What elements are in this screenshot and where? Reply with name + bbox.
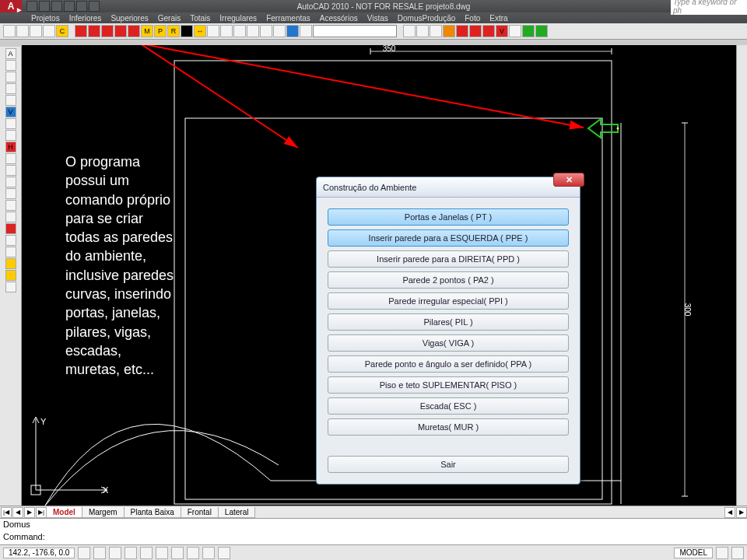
tabnav-next-icon[interactable]: ▶ (24, 507, 35, 518)
qat-undo-icon[interactable] (76, 1, 87, 12)
tool-a-icon[interactable] (233, 25, 246, 37)
lt-layer-icon[interactable] (5, 258, 16, 269)
menu-acessorios[interactable]: Acessórios (320, 14, 358, 23)
btn-portas-janelas[interactable]: Portas e Janelas ( PT ) (328, 208, 569, 226)
tabnav-prev-icon[interactable]: ◀ (12, 507, 23, 518)
tool-p-icon[interactable]: P (154, 25, 167, 37)
app-logo[interactable]: A (0, 0, 22, 12)
tool-sun-icon[interactable] (443, 25, 455, 37)
tool-r3-icon[interactable] (482, 25, 495, 37)
menu-inferiores[interactable]: Inferiores (69, 14, 102, 23)
status-otrack-icon[interactable] (156, 547, 168, 559)
lt-move-icon[interactable] (5, 153, 16, 164)
lt-a-icon[interactable]: A (5, 48, 16, 59)
tool-grid-icon[interactable] (509, 25, 521, 37)
status-lwt-icon[interactable] (202, 547, 215, 559)
lt-arc-icon[interactable] (5, 118, 16, 129)
search-input[interactable]: Type a keyword or ph (671, 0, 747, 15)
status-ducs-icon[interactable] (171, 547, 184, 559)
status-snap-icon[interactable] (78, 547, 90, 559)
status-qp-icon[interactable] (218, 547, 230, 559)
tabnav-last-icon[interactable]: ▶| (36, 507, 47, 518)
tool-r-icon[interactable]: R (167, 25, 180, 37)
status-extra1-icon[interactable] (716, 547, 728, 559)
menu-extra[interactable]: Extra (489, 14, 507, 23)
tool-zoom-extents-icon[interactable] (403, 25, 416, 37)
tool-r1-icon[interactable] (456, 25, 468, 37)
lt-trim-icon[interactable] (5, 188, 16, 199)
lt-h-icon[interactable]: H (5, 142, 16, 152)
tabnav-first-icon[interactable]: |◀ (1, 507, 12, 518)
tool-dropdown[interactable] (313, 25, 397, 37)
lt-erase-icon[interactable] (5, 223, 16, 234)
menu-projetos[interactable]: Projetos (31, 14, 60, 23)
tool-window-icon[interactable] (220, 25, 233, 37)
qat-open-icon[interactable] (39, 1, 50, 12)
status-osnap-icon[interactable] (140, 547, 153, 559)
btn-parede-2pontos[interactable]: Parede 2 pontos ( PA2 ) (328, 271, 569, 289)
menu-irregulares[interactable]: Irregulares (219, 14, 257, 23)
drawing-canvas[interactable]: 350 300 X Y O programa possui um comando (22, 45, 736, 506)
tool-m-icon[interactable]: M (141, 25, 153, 37)
lt-offset-icon[interactable] (5, 212, 16, 222)
tool-arrows-icon[interactable]: ↔ (194, 25, 206, 37)
menu-foto[interactable]: Foto (465, 14, 480, 23)
status-extra2-icon[interactable] (731, 547, 744, 559)
btn-parede-irregular[interactable]: Parede irregular especial( PPI ) (328, 292, 569, 310)
tool-brazil-icon[interactable] (535, 25, 548, 37)
lt-hatch-icon[interactable] (5, 130, 16, 141)
tab-lateral[interactable]: Lateral (218, 507, 256, 518)
menu-totais[interactable]: Totais (190, 14, 210, 23)
tab-scroll-left-icon[interactable]: ◀ (724, 507, 735, 518)
qat-print-icon[interactable] (64, 1, 75, 12)
tab-planta-baixa[interactable]: Planta Baixa (124, 507, 181, 518)
lt-text-icon[interactable] (5, 282, 16, 292)
tool-flag3-icon[interactable] (101, 25, 114, 37)
tool-d-icon[interactable] (273, 25, 286, 37)
dialog-titlebar[interactable]: Construção do Ambiente ✕ (317, 177, 580, 198)
tool-zoom-in-icon[interactable] (416, 25, 429, 37)
tool-print-icon[interactable] (43, 25, 55, 37)
tool-green-icon[interactable] (522, 25, 535, 37)
btn-parede-angulo[interactable]: Parede ponto e ângulo a ser definido( PP… (328, 355, 569, 373)
tool-new-icon[interactable] (3, 25, 16, 37)
menu-superiores[interactable]: Superiores (110, 14, 148, 23)
tool-flag2-icon[interactable] (88, 25, 100, 37)
tab-model[interactable]: Model (46, 507, 82, 518)
tool-brick-icon[interactable] (128, 25, 140, 37)
lt-rect-icon[interactable] (5, 83, 16, 94)
menu-gerais[interactable]: Gerais (158, 14, 181, 23)
dialog-close-button[interactable]: ✕ (553, 173, 584, 187)
tool-r2-icon[interactable] (469, 25, 482, 37)
lt-pline-icon[interactable] (5, 72, 16, 82)
tool-zoom-out-icon[interactable] (430, 25, 442, 37)
lt-rotate-icon[interactable] (5, 165, 16, 176)
qat-redo-icon[interactable] (89, 1, 100, 12)
btn-pilares[interactable]: Pilares( PIL ) (328, 313, 569, 331)
menu-vistas[interactable]: Vistas (367, 14, 388, 23)
tab-scroll-right-icon[interactable]: ▶ (736, 507, 747, 518)
lt-copy-icon[interactable] (5, 235, 16, 246)
status-polar-icon[interactable] (124, 547, 137, 559)
status-ortho-icon[interactable] (109, 547, 121, 559)
lt-circle-icon[interactable] (5, 95, 16, 106)
tool-v-icon[interactable]: V (496, 25, 508, 37)
tool-lock-icon[interactable] (181, 25, 193, 37)
tool-open-icon[interactable] (16, 25, 29, 37)
lt-scale-icon[interactable] (5, 177, 16, 187)
btn-piso-teto[interactable]: Piso e teto SUPLEMENTAR( PISO ) (328, 376, 569, 394)
btn-parede-direita[interactable]: Inserir parede para a DIREITA( PPD ) (328, 250, 569, 268)
status-model-label[interactable]: MODEL (674, 548, 713, 558)
tool-door-icon[interactable] (207, 25, 219, 37)
tool-c2-icon[interactable] (260, 25, 272, 37)
tool-c-icon[interactable]: C (56, 25, 68, 37)
lt-line-icon[interactable] (5, 60, 16, 71)
tool-f-icon[interactable] (300, 25, 312, 37)
btn-parede-esquerda[interactable]: Inserir parede para a ESQUERDA ( PPE ) (328, 229, 569, 247)
qat-save-icon[interactable] (51, 1, 62, 12)
tool-e-icon[interactable] (286, 25, 299, 37)
btn-vigas[interactable]: Vigas( VIGA ) (328, 334, 569, 352)
tab-frontal[interactable]: Frontal (181, 507, 219, 518)
tool-save-icon[interactable] (30, 25, 42, 37)
btn-escada[interactable]: Escada( ESC ) (328, 397, 569, 415)
